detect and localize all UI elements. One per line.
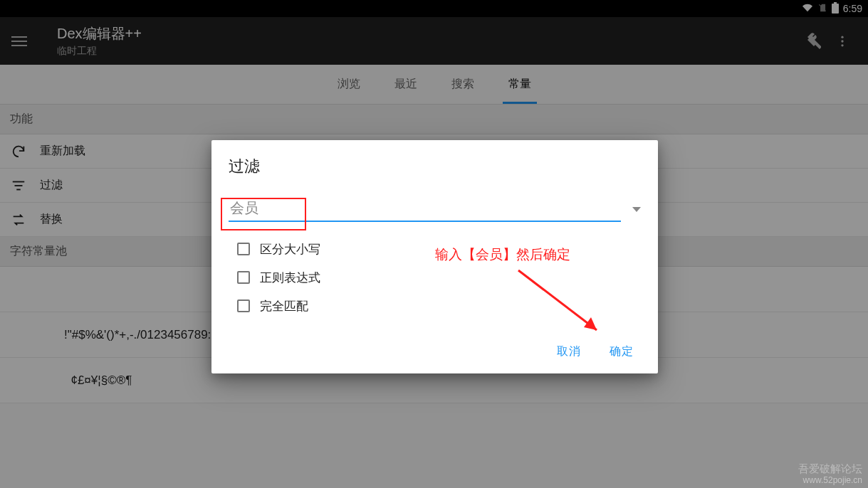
dialog-title: 过滤 bbox=[229, 156, 641, 177]
checkbox-label: 区分大小写 bbox=[260, 241, 320, 258]
checkbox-icon bbox=[237, 299, 250, 312]
filter-dialog: 过滤 区分大小写 正则表达式 完全匹配 取消 确定 bbox=[211, 140, 658, 373]
filter-input-wrap bbox=[229, 197, 621, 222]
ok-button[interactable]: 确定 bbox=[607, 339, 637, 365]
dropdown-icon[interactable] bbox=[632, 207, 641, 212]
checkbox-regex[interactable]: 正则表达式 bbox=[237, 263, 641, 292]
watermark-line1: 吾爱破解论坛 bbox=[798, 462, 862, 475]
checkbox-icon bbox=[237, 243, 250, 255]
checkbox-case-sensitive[interactable]: 区分大小写 bbox=[237, 235, 641, 263]
watermark-line2: www.52pojie.cn bbox=[798, 475, 862, 485]
watermark: 吾爱破解论坛 www.52pojie.cn bbox=[798, 462, 862, 485]
checkbox-icon bbox=[237, 271, 250, 284]
checkbox-label: 正则表达式 bbox=[260, 270, 320, 286]
checkbox-exact-match[interactable]: 完全匹配 bbox=[237, 292, 641, 320]
filter-input[interactable] bbox=[229, 197, 621, 222]
checkbox-label: 完全匹配 bbox=[260, 298, 308, 314]
cancel-button[interactable]: 取消 bbox=[554, 339, 584, 365]
